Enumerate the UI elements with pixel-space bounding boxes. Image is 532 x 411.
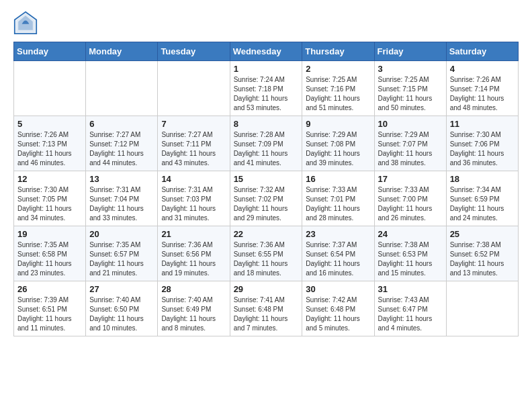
calendar-day-17: 17Sunrise: 7:33 AM Sunset: 7:00 PM Dayli… (374, 171, 446, 226)
calendar-day-16: 16Sunrise: 7:33 AM Sunset: 7:01 PM Dayli… (302, 171, 374, 226)
header-day-wednesday: Wednesday (230, 42, 302, 61)
day-info: Sunrise: 7:35 AM Sunset: 6:57 PM Dayligh… (89, 240, 154, 278)
calendar-week-1: 1Sunrise: 7:24 AM Sunset: 7:18 PM Daylig… (14, 61, 519, 116)
day-info: Sunrise: 7:35 AM Sunset: 6:58 PM Dayligh… (17, 240, 82, 278)
day-number: 17 (378, 174, 443, 184)
day-info: Sunrise: 7:33 AM Sunset: 7:01 PM Dayligh… (306, 185, 370, 223)
day-info: Sunrise: 7:36 AM Sunset: 6:55 PM Dayligh… (234, 240, 299, 278)
day-number: 1 (234, 64, 299, 74)
empty-cell (446, 281, 518, 336)
empty-cell (158, 61, 230, 116)
calendar-day-3: 3Sunrise: 7:25 AM Sunset: 7:15 PM Daylig… (374, 61, 446, 116)
day-number: 13 (89, 174, 154, 184)
day-number: 7 (161, 119, 226, 129)
day-info: Sunrise: 7:28 AM Sunset: 7:09 PM Dayligh… (234, 130, 299, 168)
day-number: 21 (161, 229, 226, 239)
page-header (13, 11, 519, 35)
calendar-day-26: 26Sunrise: 7:39 AM Sunset: 6:51 PM Dayli… (14, 281, 86, 336)
day-number: 19 (17, 229, 82, 239)
day-number: 14 (161, 174, 226, 184)
header-day-monday: Monday (86, 42, 158, 61)
day-number: 26 (17, 284, 82, 294)
day-number: 9 (306, 119, 370, 129)
calendar-day-24: 24Sunrise: 7:38 AM Sunset: 6:53 PM Dayli… (374, 226, 446, 281)
header-day-friday: Friday (374, 42, 446, 61)
day-info: Sunrise: 7:26 AM Sunset: 7:14 PM Dayligh… (450, 75, 515, 113)
calendar-day-18: 18Sunrise: 7:34 AM Sunset: 6:59 PM Dayli… (446, 171, 518, 226)
day-number: 22 (234, 229, 299, 239)
day-info: Sunrise: 7:30 AM Sunset: 7:06 PM Dayligh… (450, 130, 515, 168)
day-number: 11 (450, 119, 515, 129)
day-info: Sunrise: 7:36 AM Sunset: 6:56 PM Dayligh… (161, 240, 226, 278)
calendar-week-5: 26Sunrise: 7:39 AM Sunset: 6:51 PM Dayli… (14, 281, 519, 336)
calendar-day-25: 25Sunrise: 7:38 AM Sunset: 6:52 PM Dayli… (446, 226, 518, 281)
day-info: Sunrise: 7:32 AM Sunset: 7:02 PM Dayligh… (234, 185, 299, 223)
day-number: 28 (161, 284, 226, 294)
day-number: 29 (234, 284, 299, 294)
calendar-day-11: 11Sunrise: 7:30 AM Sunset: 7:06 PM Dayli… (446, 116, 518, 171)
calendar-day-4: 4Sunrise: 7:26 AM Sunset: 7:14 PM Daylig… (446, 61, 518, 116)
day-info: Sunrise: 7:29 AM Sunset: 7:07 PM Dayligh… (378, 130, 443, 168)
calendar-day-22: 22Sunrise: 7:36 AM Sunset: 6:55 PM Dayli… (230, 226, 302, 281)
logo-icon (13, 11, 38, 35)
day-info: Sunrise: 7:39 AM Sunset: 6:51 PM Dayligh… (17, 295, 82, 333)
empty-cell (86, 61, 158, 116)
calendar-week-2: 5Sunrise: 7:26 AM Sunset: 7:13 PM Daylig… (14, 116, 519, 171)
day-info: Sunrise: 7:25 AM Sunset: 7:15 PM Dayligh… (378, 75, 443, 113)
day-info: Sunrise: 7:30 AM Sunset: 7:05 PM Dayligh… (17, 185, 82, 223)
day-info: Sunrise: 7:43 AM Sunset: 6:47 PM Dayligh… (378, 295, 443, 333)
day-number: 16 (306, 174, 370, 184)
day-info: Sunrise: 7:27 AM Sunset: 7:11 PM Dayligh… (161, 130, 226, 168)
day-info: Sunrise: 7:24 AM Sunset: 7:18 PM Dayligh… (234, 75, 299, 113)
day-number: 15 (234, 174, 299, 184)
calendar-table: SundayMondayTuesdayWednesdayThursdayFrid… (13, 42, 519, 336)
day-number: 25 (450, 229, 515, 239)
day-number: 31 (378, 284, 443, 294)
day-number: 12 (17, 174, 82, 184)
calendar-day-31: 31Sunrise: 7:43 AM Sunset: 6:47 PM Dayli… (374, 281, 446, 336)
day-info: Sunrise: 7:42 AM Sunset: 6:48 PM Dayligh… (306, 295, 370, 333)
day-number: 20 (89, 229, 154, 239)
day-number: 30 (306, 284, 370, 294)
day-info: Sunrise: 7:40 AM Sunset: 6:50 PM Dayligh… (89, 295, 154, 333)
calendar-day-23: 23Sunrise: 7:37 AM Sunset: 6:54 PM Dayli… (302, 226, 374, 281)
day-number: 10 (378, 119, 443, 129)
header-row: SundayMondayTuesdayWednesdayThursdayFrid… (14, 42, 519, 61)
day-number: 18 (450, 174, 515, 184)
day-number: 27 (89, 284, 154, 294)
day-info: Sunrise: 7:26 AM Sunset: 7:13 PM Dayligh… (17, 130, 82, 168)
calendar-day-1: 1Sunrise: 7:24 AM Sunset: 7:18 PM Daylig… (230, 61, 302, 116)
calendar-day-9: 9Sunrise: 7:29 AM Sunset: 7:08 PM Daylig… (302, 116, 374, 171)
calendar-day-27: 27Sunrise: 7:40 AM Sunset: 6:50 PM Dayli… (86, 281, 158, 336)
day-info: Sunrise: 7:25 AM Sunset: 7:16 PM Dayligh… (306, 75, 370, 113)
calendar-day-28: 28Sunrise: 7:40 AM Sunset: 6:49 PM Dayli… (158, 281, 230, 336)
calendar-day-8: 8Sunrise: 7:28 AM Sunset: 7:09 PM Daylig… (230, 116, 302, 171)
calendar-day-6: 6Sunrise: 7:27 AM Sunset: 7:12 PM Daylig… (86, 116, 158, 171)
day-info: Sunrise: 7:41 AM Sunset: 6:48 PM Dayligh… (234, 295, 299, 333)
calendar-day-30: 30Sunrise: 7:42 AM Sunset: 6:48 PM Dayli… (302, 281, 374, 336)
day-info: Sunrise: 7:37 AM Sunset: 6:54 PM Dayligh… (306, 240, 370, 278)
calendar-day-12: 12Sunrise: 7:30 AM Sunset: 7:05 PM Dayli… (14, 171, 86, 226)
calendar-day-2: 2Sunrise: 7:25 AM Sunset: 7:16 PM Daylig… (302, 61, 374, 116)
calendar-day-13: 13Sunrise: 7:31 AM Sunset: 7:04 PM Dayli… (86, 171, 158, 226)
day-number: 24 (378, 229, 443, 239)
header-day-thursday: Thursday (302, 42, 374, 61)
day-info: Sunrise: 7:40 AM Sunset: 6:49 PM Dayligh… (161, 295, 226, 333)
calendar-body: 1Sunrise: 7:24 AM Sunset: 7:18 PM Daylig… (14, 61, 519, 336)
calendar-day-10: 10Sunrise: 7:29 AM Sunset: 7:07 PM Dayli… (374, 116, 446, 171)
day-info: Sunrise: 7:34 AM Sunset: 6:59 PM Dayligh… (450, 185, 515, 223)
header-day-sunday: Sunday (14, 42, 86, 61)
logo (13, 11, 42, 35)
day-number: 8 (234, 119, 299, 129)
empty-cell (14, 61, 86, 116)
calendar-day-20: 20Sunrise: 7:35 AM Sunset: 6:57 PM Dayli… (86, 226, 158, 281)
calendar-day-15: 15Sunrise: 7:32 AM Sunset: 7:02 PM Dayli… (230, 171, 302, 226)
calendar-week-4: 19Sunrise: 7:35 AM Sunset: 6:58 PM Dayli… (14, 226, 519, 281)
day-number: 23 (306, 229, 370, 239)
day-info: Sunrise: 7:38 AM Sunset: 6:53 PM Dayligh… (378, 240, 443, 278)
day-number: 3 (378, 64, 443, 74)
calendar-day-21: 21Sunrise: 7:36 AM Sunset: 6:56 PM Dayli… (158, 226, 230, 281)
calendar-day-5: 5Sunrise: 7:26 AM Sunset: 7:13 PM Daylig… (14, 116, 86, 171)
day-info: Sunrise: 7:29 AM Sunset: 7:08 PM Dayligh… (306, 130, 370, 168)
calendar-day-7: 7Sunrise: 7:27 AM Sunset: 7:11 PM Daylig… (158, 116, 230, 171)
